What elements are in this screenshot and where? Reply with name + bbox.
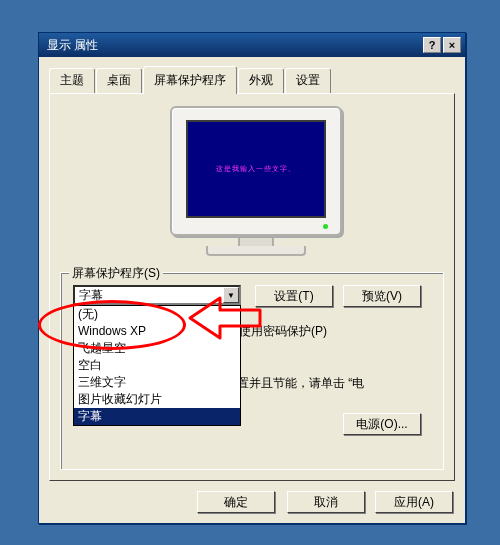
screensaver-dropdown-list[interactable]: (无) Windows XP 飞越星空 空白 三维文字 图片收藏幻灯片 字幕 [73, 305, 241, 426]
monitor-stand [238, 236, 274, 246]
power-button[interactable]: 电源(O)... [343, 413, 421, 435]
tab-theme[interactable]: 主题 [49, 68, 95, 93]
ok-button[interactable]: 确定 [197, 491, 275, 513]
chevron-down-icon: ▼ [227, 291, 235, 300]
option-3dtext[interactable]: 三维文字 [74, 374, 240, 391]
monitor-bezel: 这是我输入一些文字。 [170, 106, 342, 236]
preview-button[interactable]: 预览(V) [343, 285, 421, 307]
monitor-led-icon [323, 224, 328, 229]
option-blank[interactable]: 空白 [74, 357, 240, 374]
settings-button[interactable]: 设置(T) [255, 285, 333, 307]
client-area: 主题 桌面 屏幕保护程序 外观 设置 这是我输入一些文字。 屏幕保护程序(S) [39, 57, 465, 491]
apply-button[interactable]: 应用(A) [375, 491, 453, 513]
option-slideshow[interactable]: 图片收藏幻灯片 [74, 391, 240, 408]
tab-desktop[interactable]: 桌面 [96, 68, 142, 93]
tab-strip: 主题 桌面 屏幕保护程序 外观 设置 [49, 65, 455, 93]
monitor-preview: 这是我输入一些文字。 [170, 106, 342, 264]
help-button[interactable]: ? [423, 37, 441, 53]
option-starfield[interactable]: 飞越星空 [74, 340, 240, 357]
monitor-screen: 这是我输入一些文字。 [186, 120, 326, 218]
screensaver-group: 屏幕保护程序(S) 字幕 ▼ (无) Windows XP 飞越星空 空白 三维… [60, 272, 444, 470]
tab-appearance[interactable]: 外观 [238, 68, 284, 93]
combo-value: 字幕 [75, 287, 223, 304]
titlebar[interactable]: 显示 属性 ? × [39, 33, 465, 57]
dropdown-button[interactable]: ▼ [223, 287, 239, 303]
window-title: 显示 属性 [43, 37, 421, 54]
option-windows-xp[interactable]: Windows XP [74, 323, 240, 340]
close-button[interactable]: × [443, 37, 461, 53]
tab-settings[interactable]: 设置 [285, 68, 331, 93]
option-marquee[interactable]: 字幕 [74, 408, 240, 425]
tab-screensaver[interactable]: 屏幕保护程序 [143, 66, 237, 94]
cancel-button[interactable]: 取消 [287, 491, 365, 513]
display-properties-window: 显示 属性 ? × 主题 桌面 屏幕保护程序 外观 设置 这是我输入一些文字。 [38, 32, 466, 524]
marquee-text: 这是我输入一些文字。 [216, 164, 296, 174]
monitor-base [206, 246, 306, 256]
group-legend: 屏幕保护程序(S) [69, 265, 163, 282]
option-none[interactable]: (无) [74, 306, 240, 323]
screensaver-combo[interactable]: 字幕 ▼ [73, 285, 241, 305]
tab-panel: 这是我输入一些文字。 屏幕保护程序(S) 字幕 ▼ (无) Windo [49, 93, 455, 481]
